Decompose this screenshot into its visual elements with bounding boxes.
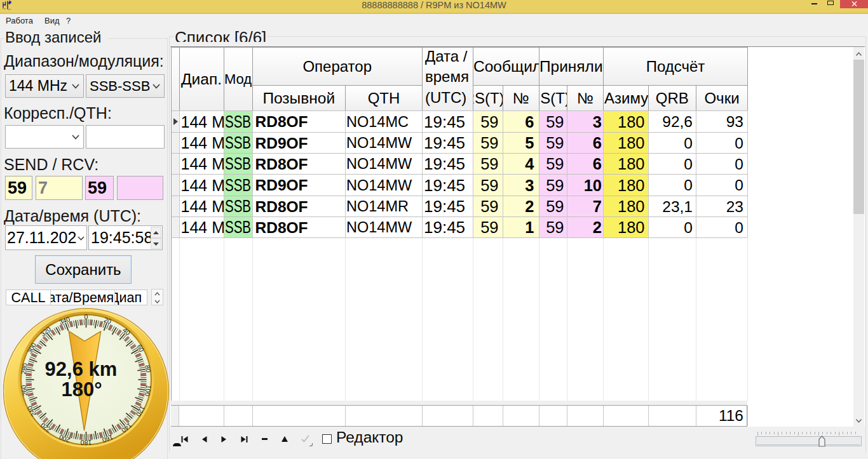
- svg-text:0: 0: [85, 314, 88, 321]
- svg-text:92,6 km: 92,6 km: [45, 358, 118, 380]
- svg-text:180: 180: [81, 439, 92, 446]
- svg-text:180°: 180°: [61, 378, 102, 401]
- svg-text:80: 80: [144, 364, 152, 373]
